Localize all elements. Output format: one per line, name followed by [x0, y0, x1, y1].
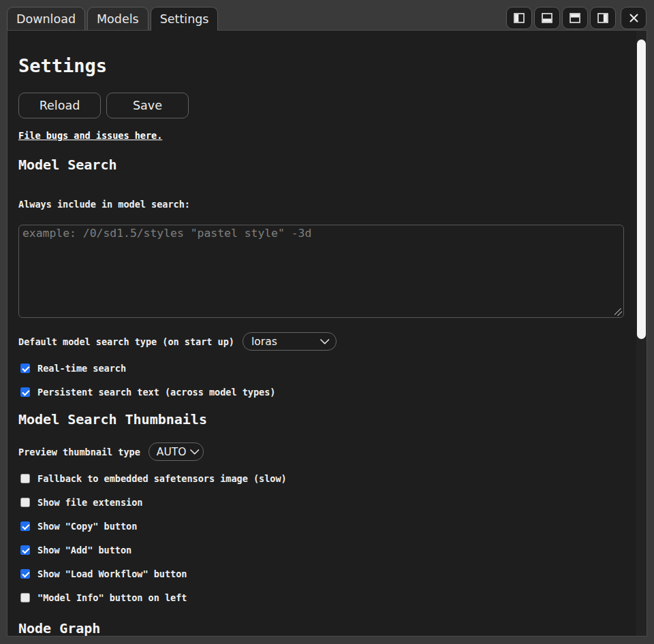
show-file-extension-row: Show file extension	[20, 498, 636, 507]
window-controls	[506, 7, 647, 29]
page-title: Settings	[18, 55, 636, 77]
show-copy-button-label: Show "Copy" button	[37, 521, 137, 531]
fallback-safetensors-label: Fallback to embedded safetensors image (…	[37, 474, 287, 483]
default-search-type-label: Default model search type (on start up)	[18, 336, 234, 347]
model-search-heading: Model Search	[18, 157, 636, 173]
show-add-button-checkbox[interactable]	[20, 545, 30, 555]
persistent-search-row: Persistent search text (across model typ…	[20, 387, 636, 397]
sidebar-bottom-icon	[542, 13, 552, 23]
show-file-extension-checkbox[interactable]	[20, 498, 30, 507]
persistent-search-checkbox[interactable]	[20, 387, 30, 397]
show-copy-button-checkbox[interactable]	[20, 521, 30, 531]
persistent-search-label: Persistent search text (across model typ…	[37, 387, 276, 397]
tab-settings-label: Settings	[160, 12, 209, 26]
realtime-search-checkbox[interactable]	[20, 364, 30, 373]
default-search-type-select[interactable]: loras	[243, 332, 337, 351]
always-include-field-wrap	[18, 225, 624, 318]
model-info-left-label: "Model Info" button on left	[37, 593, 187, 602]
show-load-workflow-label: Show "Load Workflow" button	[37, 569, 187, 579]
show-copy-button-row: Show "Copy" button	[20, 521, 636, 531]
realtime-search-row: Real-time search	[20, 364, 636, 373]
model-info-left-checkbox[interactable]	[20, 593, 30, 602]
close-button[interactable]	[621, 7, 647, 29]
show-file-extension-label: Show file extension	[37, 498, 142, 507]
preview-type-label: Preview thumbnail type	[18, 447, 140, 457]
tab-download[interactable]: Download	[7, 7, 85, 30]
preview-type-value: AUTO	[157, 446, 187, 458]
chevron-down-icon	[321, 335, 330, 344]
fallback-safetensors-row: Fallback to embedded safetensors image (…	[20, 474, 636, 483]
scrollbar[interactable]	[636, 31, 647, 636]
show-add-button-label: Show "Add" button	[37, 545, 131, 555]
sidebar-bottom-button[interactable]	[534, 7, 560, 29]
tab-settings[interactable]: Settings	[151, 7, 219, 31]
sidebar-left-icon	[514, 13, 525, 23]
settings-panel: Settings Reload Save File bugs and issue…	[7, 30, 647, 637]
model-info-left-row: "Model Info" button on left	[20, 593, 636, 602]
sidebar-top-icon	[570, 13, 580, 23]
thumbnails-heading: Model Search Thumbnails	[18, 411, 636, 428]
tab-models-label: Models	[97, 12, 139, 26]
node-graph-heading: Node Graph	[18, 620, 636, 636]
sidebar-top-button[interactable]	[562, 7, 588, 29]
chevron-down-icon	[190, 445, 199, 454]
show-load-workflow-row: Show "Load Workflow" button	[20, 569, 636, 579]
fallback-safetensors-checkbox[interactable]	[20, 474, 30, 483]
action-buttons: Reload Save	[18, 93, 636, 118]
realtime-search-label: Real-time search	[37, 364, 126, 373]
file-bugs-link[interactable]: File bugs and issues here.	[18, 130, 162, 141]
reload-button[interactable]: Reload	[18, 93, 101, 118]
sidebar-right-icon	[597, 13, 608, 23]
sidebar-left-button[interactable]	[506, 7, 532, 29]
textarea-resize-grip[interactable]	[614, 308, 622, 316]
settings-content: Settings Reload Save File bugs and issue…	[7, 31, 636, 636]
always-include-textarea[interactable]	[18, 225, 624, 318]
tab-models[interactable]: Models	[87, 7, 149, 30]
show-load-workflow-checkbox[interactable]	[20, 569, 30, 579]
default-search-type-value: loras	[251, 336, 277, 348]
show-add-button-row: Show "Add" button	[20, 545, 636, 555]
preview-type-row: Preview thumbnail type AUTO	[18, 442, 636, 461]
always-include-label: Always include in model search:	[18, 199, 636, 210]
close-icon	[629, 13, 639, 23]
scrollbar-thumb[interactable]	[637, 39, 646, 339]
sidebar-right-button[interactable]	[590, 7, 616, 29]
default-search-type-row: Default model search type (on start up) …	[18, 332, 636, 351]
save-button[interactable]: Save	[106, 93, 189, 118]
tab-download-label: Download	[16, 12, 76, 26]
preview-type-select[interactable]: AUTO	[149, 442, 204, 461]
